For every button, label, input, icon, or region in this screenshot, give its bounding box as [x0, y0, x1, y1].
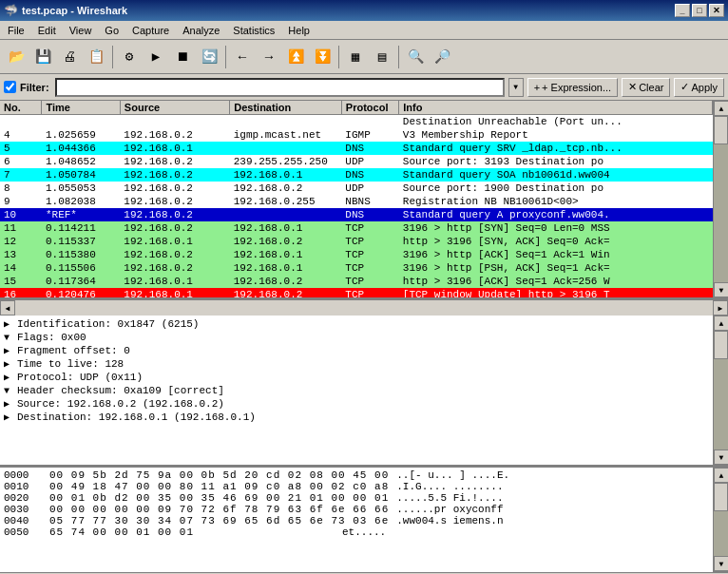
menu-analyze[interactable]: Analyze: [177, 23, 225, 38]
hex-panel: 0000 00 09 5b 2d 75 9a 00 0b 5d 20 cd 02…: [0, 468, 713, 572]
expand-icon[interactable]: ▶: [4, 411, 13, 423]
packet-list-vscrollbar[interactable]: ▲ ▼: [713, 101, 728, 297]
table-row[interactable]: 8 1.055053 192.168.0.2 192.168.0.2 UDP S…: [0, 182, 713, 195]
scroll-track[interactable]: [714, 116, 728, 282]
menu-file[interactable]: File: [2, 23, 30, 38]
hex-scroll-down[interactable]: ▼: [714, 556, 728, 571]
filter-dropdown-button[interactable]: ▼: [508, 78, 524, 97]
zoom-out-button[interactable]: 🔎: [430, 45, 454, 69]
table-row[interactable]: 7 1.050784 192.168.0.2 192.168.0.1 DNS S…: [0, 168, 713, 182]
cell-info: 3196 > http [PSH, ACK] Seq=1 Ack=: [399, 261, 713, 275]
detail-text: Fragment offset: 0: [17, 345, 130, 356]
close-button[interactable]: ✕: [709, 4, 724, 17]
col-header-no[interactable]: No.: [0, 101, 42, 115]
hex-scroll-thumb[interactable]: [714, 483, 728, 511]
hscroll-track[interactable]: [15, 300, 713, 316]
col-header-proto[interactable]: Protocol: [341, 101, 398, 115]
zoom-in-button[interactable]: 🔍: [403, 45, 428, 69]
table-row[interactable]: Destination Unreachable (Port un...: [0, 115, 713, 129]
detail-item[interactable]: ▶Source: 192.168.0.2 (192.168.0.2): [4, 397, 709, 411]
capture-options-button[interactable]: ⚙: [117, 45, 142, 69]
cell-dest: 192.168.0.2: [230, 288, 342, 297]
start-capture-button[interactable]: ▶: [144, 45, 168, 69]
stop-capture-button[interactable]: ⏹: [170, 45, 195, 69]
packet-list-toggle[interactable]: ▦: [343, 45, 368, 69]
cell-source: 192.168.0.1: [120, 288, 229, 297]
expand-icon[interactable]: ▼: [4, 333, 13, 343]
maximize-button[interactable]: □: [692, 4, 707, 17]
scroll-down-button[interactable]: ▼: [714, 282, 728, 297]
scroll-thumb[interactable]: [714, 116, 728, 144]
filter-checkbox[interactable]: [4, 81, 16, 93]
restart-capture-button[interactable]: 🔄: [197, 45, 221, 69]
table-row[interactable]: 9 1.082038 192.168.0.2 192.168.0.255 NBN…: [0, 195, 713, 208]
hex-bytes: 00 01 0b d2 00 35 00 35 46 69 00 21 01 0…: [49, 492, 389, 504]
table-row[interactable]: 10 *REF* 192.168.0.2 DNS Standard query …: [0, 208, 713, 221]
cell-proto: TCP: [341, 221, 398, 235]
clear-button[interactable]: ✕ Clear: [622, 78, 670, 97]
table-row[interactable]: 16 0.120476 192.168.0.1 192.168.0.2 TCP …: [0, 288, 713, 297]
table-row[interactable]: 13 0.115380 192.168.0.2 192.168.0.1 TCP …: [0, 248, 713, 261]
filter-input[interactable]: [55, 78, 505, 97]
scroll-fwd-button[interactable]: →: [257, 45, 281, 69]
col-header-info[interactable]: Info: [399, 101, 713, 115]
expand-icon[interactable]: ▶: [4, 398, 13, 410]
scroll-up-button[interactable]: ▲: [714, 101, 728, 116]
detail-scroll-down[interactable]: ▼: [714, 450, 728, 465]
packet-list-hscrollbar[interactable]: ◀ ▶: [0, 300, 728, 316]
table-row[interactable]: 5 1.044366 192.168.0.1 DNS Standard quer…: [0, 142, 713, 155]
expand-icon[interactable]: ▶: [4, 372, 13, 383]
detail-item[interactable]: ▶Destination: 192.168.0.1 (192.168.0.1): [4, 411, 709, 424]
go-last-button[interactable]: ⏬: [310, 45, 335, 69]
hscroll-right-button[interactable]: ▶: [713, 300, 728, 316]
scroll-back-button[interactable]: ←: [230, 45, 255, 69]
expand-icon[interactable]: ▶: [4, 318, 13, 330]
table-row[interactable]: 4 1.025659 192.168.0.2 igmp.mcast.net IG…: [0, 128, 713, 142]
detail-item[interactable]: ▶Time to live: 128: [4, 357, 709, 371]
col-header-source[interactable]: Source: [120, 101, 229, 115]
expand-icon[interactable]: ▶: [4, 358, 13, 370]
packet-list-panel: No. Time Source Destination Protocol Inf…: [0, 101, 728, 300]
detail-item[interactable]: ▼Header checksum: 0xa109 [correct]: [4, 384, 709, 397]
print-button[interactable]: 🖨: [57, 45, 82, 69]
properties-button[interactable]: 📋: [84, 45, 108, 69]
detail-scroll-thumb[interactable]: [714, 331, 728, 359]
menu-edit[interactable]: Edit: [32, 23, 62, 38]
detail-vscrollbar[interactable]: ▲ ▼: [713, 316, 728, 465]
detail-scroll-up[interactable]: ▲: [714, 316, 728, 331]
hex-scroll-track[interactable]: [714, 483, 728, 556]
apply-button[interactable]: ✓ Apply: [674, 78, 724, 97]
hex-vscrollbar[interactable]: ▲ ▼: [713, 468, 728, 571]
menu-help[interactable]: Help: [282, 23, 316, 38]
packet-detail-toggle[interactable]: ▤: [370, 45, 394, 69]
detail-scroll-track[interactable]: [714, 331, 728, 450]
hscroll-left-button[interactable]: ◀: [0, 300, 15, 316]
table-row[interactable]: 14 0.115506 192.168.0.2 192.168.0.1 TCP …: [0, 261, 713, 275]
col-header-time[interactable]: Time: [42, 101, 120, 115]
clear-icon: ✕: [628, 81, 637, 93]
detail-item[interactable]: ▶Identification: 0x1847 (6215): [4, 317, 709, 331]
cell-dest: 192.168.0.255: [230, 195, 342, 208]
save-button[interactable]: 💾: [30, 45, 55, 69]
expand-icon[interactable]: ▼: [4, 386, 13, 396]
hex-scroll-up[interactable]: ▲: [714, 468, 728, 483]
table-row[interactable]: 6 1.048652 192.168.0.2 239.255.255.250 U…: [0, 155, 713, 168]
go-first-button[interactable]: ⏫: [283, 45, 308, 69]
detail-item[interactable]: ▶Fragment offset: 0: [4, 344, 709, 357]
minimize-button[interactable]: _: [675, 4, 690, 17]
expression-button[interactable]: + + Expression...: [527, 78, 619, 97]
menu-view[interactable]: View: [64, 23, 98, 38]
menu-statistics[interactable]: Statistics: [227, 23, 280, 38]
detail-item[interactable]: ▼Flags: 0x00: [4, 331, 709, 344]
col-header-dest[interactable]: Destination: [230, 101, 342, 115]
menu-capture[interactable]: Capture: [126, 23, 175, 38]
detail-item[interactable]: ▶Protocol: UDP (0x11): [4, 371, 709, 384]
menu-go[interactable]: Go: [99, 23, 125, 38]
expand-icon[interactable]: ▶: [4, 345, 13, 356]
clear-label: Clear: [639, 82, 663, 93]
table-row[interactable]: 12 0.115337 192.168.0.1 192.168.0.2 TCP …: [0, 235, 713, 248]
open-button[interactable]: 📂: [4, 45, 29, 69]
table-row[interactable]: 15 0.117364 192.168.0.1 192.168.0.2 TCP …: [0, 275, 713, 288]
hex-address: 0030: [4, 504, 42, 515]
table-row[interactable]: 11 0.114211 192.168.0.2 192.168.0.1 TCP …: [0, 221, 713, 235]
